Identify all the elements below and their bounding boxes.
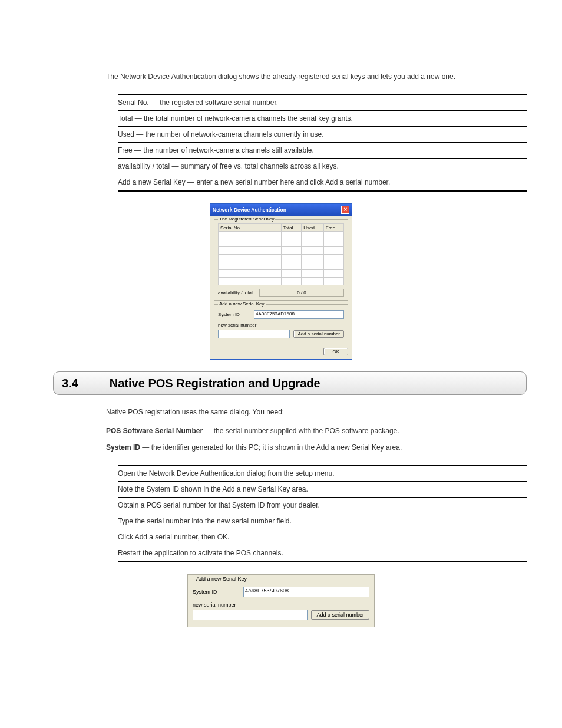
col-free: Free xyxy=(323,224,343,232)
intro-paragraph: The Network Device Authentication dialog… xyxy=(106,71,527,82)
section-divider xyxy=(94,375,94,391)
availability-value: 0 / 0 xyxy=(259,289,344,297)
page-top-rule xyxy=(35,24,527,24)
pos-serial-label: POS Software Serial Number xyxy=(106,427,203,435)
section-intro: Native POS registration uses the same di… xyxy=(106,407,527,417)
availability-label: availability / total xyxy=(218,290,259,295)
fieldset-legend: The Registered Serial Key xyxy=(218,216,275,222)
list-item: Obtain a POS serial number for that Syst… xyxy=(118,498,527,513)
list-item: Add a new Serial Key — enter a new seria… xyxy=(118,174,527,190)
fieldset-legend: Add a new Serial Key xyxy=(218,301,266,307)
system-id-label: System ID xyxy=(193,589,240,595)
serial-table: Serial No. Total Used Free xyxy=(218,223,344,285)
new-serial-input[interactable] xyxy=(193,610,308,620)
col-serial: Serial No. xyxy=(219,224,282,232)
system-id-field: 4A98F753AD7608 xyxy=(243,587,369,597)
dialog-titlebar: Network Device Authentication ✕ xyxy=(210,204,352,216)
ok-button[interactable]: OK xyxy=(323,348,348,355)
add-serial-button[interactable]: Add a serial number xyxy=(293,330,344,338)
pos-serial-text: — the serial number supplied with the PO… xyxy=(203,427,399,435)
list-item: Click Add a serial number, then OK. xyxy=(118,529,527,545)
col-total: Total xyxy=(281,224,302,232)
list-item: Total — the total number of network-came… xyxy=(118,111,527,127)
network-device-auth-dialog: Network Device Authentication ✕ The Regi… xyxy=(210,203,352,360)
new-serial-label: new serial number xyxy=(218,322,344,328)
dialog-title-text: Network Device Authentication xyxy=(213,207,286,213)
list-item: Note the System ID shown in the Add a ne… xyxy=(118,482,527,498)
add-serial-button[interactable]: Add a serial number xyxy=(311,610,369,620)
list-item: Used — the number of network-camera chan… xyxy=(118,127,527,143)
add-serial-panel: Add a new Serial Key System ID 4A98F753A… xyxy=(187,574,375,627)
system-id-field: 4A98F753AD7608 xyxy=(254,310,344,319)
close-icon[interactable]: ✕ xyxy=(341,206,349,214)
list-item: availability / total — summary of free v… xyxy=(118,159,527,174)
list-item: Restart the application to activate the … xyxy=(118,545,527,561)
registered-serial-fieldset: The Registered Serial Key Serial No. Tot… xyxy=(214,219,348,301)
new-serial-label: new serial number xyxy=(193,602,369,608)
add-serial-fieldset: Add a new Serial Key System ID 4A98F753A… xyxy=(214,304,348,344)
bullet-list-1: Serial No. — the registered software ser… xyxy=(118,94,527,192)
fieldset-legend: Add a new Serial Key xyxy=(195,576,248,582)
section-header: 3.4 Native POS Registration and Upgrade xyxy=(53,371,527,395)
system-id-def-label: System ID xyxy=(106,443,140,452)
system-id-label: System ID xyxy=(218,312,250,317)
def-pos: POS Software Serial Number — the serial … xyxy=(106,426,527,436)
list-item: Type the serial number into the new seri… xyxy=(118,513,527,529)
def-sysid: System ID — the identifier generated for… xyxy=(106,442,527,453)
list-item: Free — the number of network-camera chan… xyxy=(118,143,527,159)
bullet-list-2: Open the Network Device Authentication d… xyxy=(118,465,527,562)
list-item: Serial No. — the registered software ser… xyxy=(118,95,527,111)
section-title: Native POS Registration and Upgrade xyxy=(110,377,320,390)
col-used: Used xyxy=(302,224,323,232)
section-number: 3.4 xyxy=(62,377,78,390)
new-serial-input[interactable] xyxy=(218,330,290,338)
list-item: Open the Network Device Authentication d… xyxy=(118,466,527,482)
system-id-def-text: — the identifier generated for this PC; … xyxy=(140,443,402,452)
